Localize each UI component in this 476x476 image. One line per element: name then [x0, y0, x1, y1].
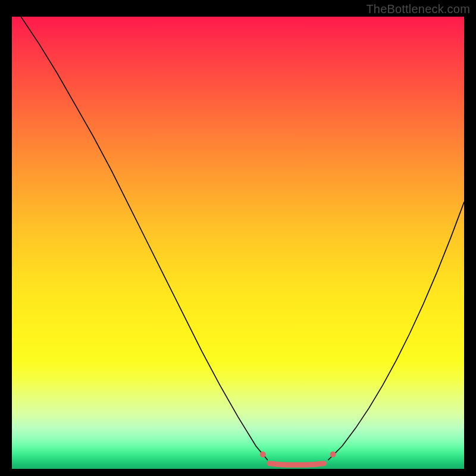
series-curve-left: [21, 17, 267, 460]
chart-frame: TheBottleneck.com: [0, 0, 476, 476]
series-curve-right: [328, 202, 464, 460]
series-dot-right: [330, 452, 336, 458]
plot-svg: [12, 17, 464, 469]
watermark-text: TheBottleneck.com: [366, 2, 470, 16]
plot-background: [12, 17, 464, 469]
series-dot-left: [260, 452, 266, 458]
series-flat-bottom: [270, 464, 324, 465]
